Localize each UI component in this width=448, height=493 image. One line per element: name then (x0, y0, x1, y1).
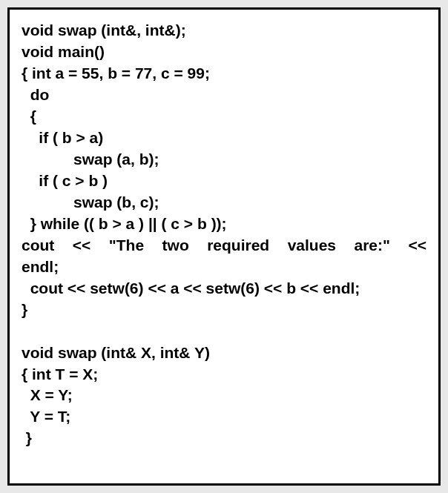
code-line: if ( b > a) (22, 128, 426, 149)
code-line: swap (a, b); (22, 149, 426, 171)
code-line: endl; (22, 257, 426, 278)
code-line: } (22, 300, 426, 321)
code-line: swap (b, c); (22, 192, 426, 214)
code-line: void swap (int& X, int& Y) (22, 343, 426, 364)
code-line: void swap (int&, int&); (22, 20, 426, 42)
code-line: } while (( b > a ) || ( c > b )); (22, 214, 426, 235)
code-line: { int T = X; (22, 364, 426, 386)
code-container: void swap (int&, int&); void main() { in… (7, 7, 441, 486)
blank-line (22, 321, 426, 343)
code-line: { int a = 55, b = 77, c = 99; (22, 63, 426, 85)
code-line: cout << "The two required values are:" <… (22, 235, 426, 257)
code-line: Y = T; (22, 406, 426, 428)
code-line: { (22, 106, 426, 128)
code-line: cout << setw(6) << a << setw(6) << b << … (22, 278, 426, 300)
code-line: } (22, 428, 426, 449)
code-line: if ( c > b ) (22, 171, 426, 192)
code-line: do (22, 85, 426, 106)
code-line: void main() (22, 42, 426, 63)
code-line: X = Y; (22, 385, 426, 406)
